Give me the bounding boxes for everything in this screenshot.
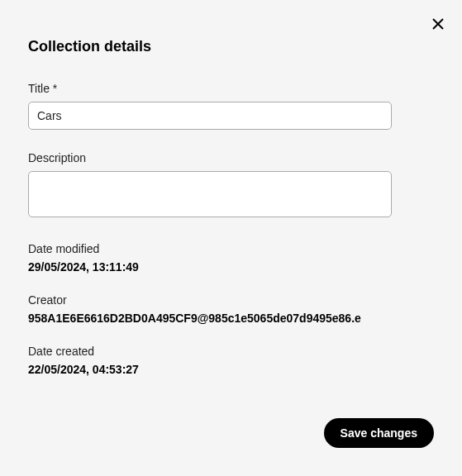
date-modified-value: 29/05/2024, 13:11:49 (28, 260, 434, 274)
save-button[interactable]: Save changes (324, 418, 434, 448)
description-input[interactable] (28, 171, 392, 217)
description-field-group: Description (28, 151, 434, 221)
description-label: Description (28, 151, 434, 164)
close-button[interactable] (429, 15, 447, 33)
dialog-footer: Save changes (324, 418, 434, 448)
dialog-heading: Collection details (28, 38, 434, 55)
date-created-label: Date created (28, 345, 434, 358)
date-created-group: Date created 22/05/2024, 04:53:27 (28, 345, 434, 376)
creator-value: 958A1E6E6616D2BD0A495CF9@985c1e5065de07d… (28, 312, 434, 325)
date-modified-group: Date modified 29/05/2024, 13:11:49 (28, 242, 434, 274)
title-label: Title * (28, 82, 434, 95)
creator-label: Creator (28, 293, 434, 307)
title-field-group: Title * (28, 82, 434, 130)
date-created-value: 22/05/2024, 04:53:27 (28, 363, 434, 376)
creator-group: Creator 958A1E6E6616D2BD0A495CF9@985c1e5… (28, 293, 434, 325)
title-input[interactable] (28, 102, 392, 130)
date-modified-label: Date modified (28, 242, 434, 255)
close-icon (431, 17, 445, 31)
